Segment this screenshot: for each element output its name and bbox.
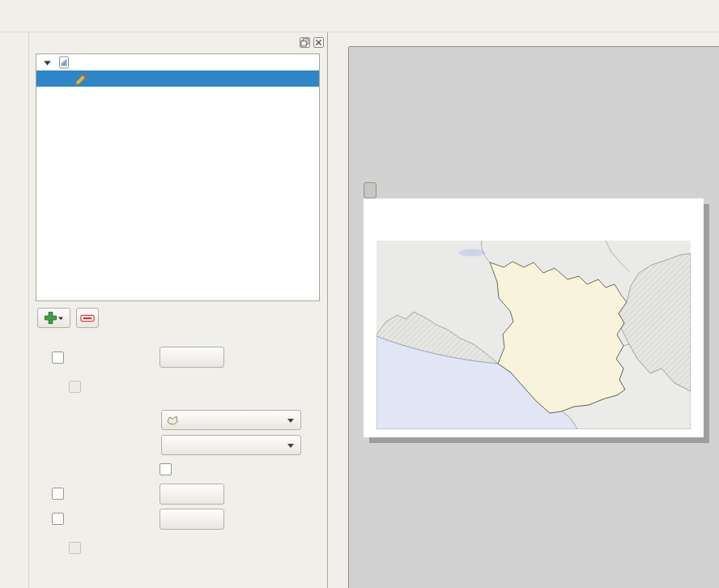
- group-pencil-icon: [75, 72, 88, 85]
- polygon-layer-icon: [167, 415, 178, 425]
- lake-chapala: [459, 249, 485, 257]
- panel-header: [36, 34, 324, 50]
- map-item[interactable]: [377, 241, 691, 429]
- include-body-checkbox[interactable]: [52, 488, 64, 500]
- include-footer-checkbox[interactable]: [52, 513, 64, 525]
- report-designer-window: [0, 0, 719, 588]
- tree-item-report[interactable]: [36, 54, 319, 70]
- layout-canvas[interactable]: [349, 47, 719, 588]
- edit-footer-button[interactable]: [160, 509, 224, 530]
- remove-section-minus-icon: [80, 313, 95, 324]
- add-section-menu-caret: [57, 315, 64, 322]
- edit-body-button[interactable]: [160, 484, 224, 505]
- edit-header-button[interactable]: [160, 347, 224, 368]
- close-panel-button[interactable]: [313, 37, 324, 48]
- report-icon: [57, 56, 70, 69]
- report-page[interactable]: [364, 198, 704, 437]
- vertical-ruler[interactable]: [328, 47, 349, 588]
- body-section-tab: [364, 182, 377, 198]
- float-panel-button[interactable]: [300, 37, 310, 48]
- include-header-checkbox[interactable]: [52, 352, 64, 364]
- horizontal-ruler[interactable]: [349, 32, 719, 47]
- field-combobox[interactable]: [161, 435, 301, 455]
- left-toolbar: [0, 32, 29, 588]
- tree-item-group[interactable]: [36, 70, 319, 87]
- report-tree: [36, 53, 320, 301]
- add-section-plus-icon: [44, 311, 57, 325]
- sort-ascending-checkbox[interactable]: [160, 463, 172, 475]
- close-icon: [314, 38, 323, 47]
- report-organizer-panel: [29, 32, 327, 588]
- ruler-corner: [328, 32, 349, 47]
- show-footer-checkbox[interactable]: [69, 542, 81, 554]
- float-icon: [300, 38, 309, 47]
- remove-section-button[interactable]: [76, 308, 99, 328]
- expand-arrow-icon[interactable]: [43, 58, 53, 67]
- layer-combobox[interactable]: [161, 410, 301, 430]
- show-header-checkbox[interactable]: [69, 381, 81, 393]
- layout-canvas-area: [327, 32, 719, 588]
- top-toolbar: [0, 0, 719, 32]
- add-section-button[interactable]: [37, 308, 70, 328]
- michoacan-map: [377, 241, 691, 429]
